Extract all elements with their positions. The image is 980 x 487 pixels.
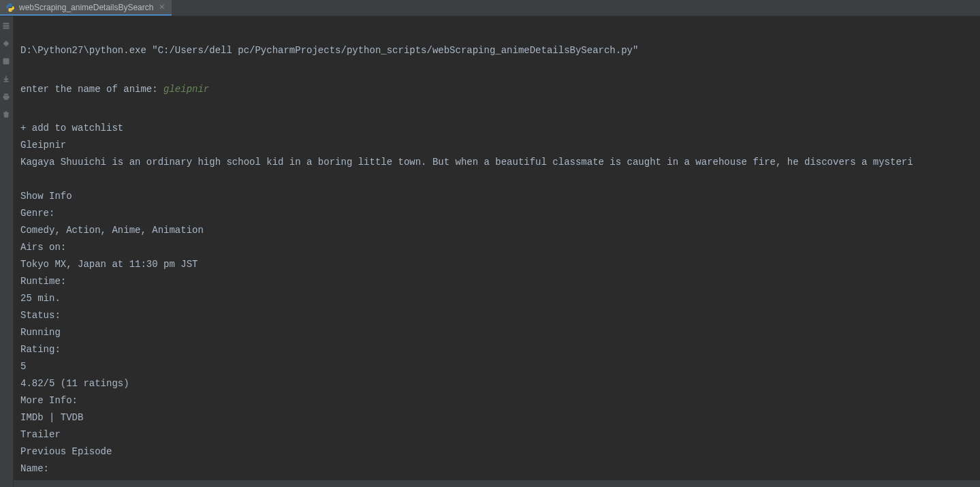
output-line: Comedy, Action, Anime, Animation [20,222,973,239]
output-line: Show Info [20,188,973,205]
output-line: Airs on: [20,239,973,256]
gutter-icon-2[interactable] [2,40,12,49]
python-icon [5,3,15,12]
prompt-line: enter the name of anime: gleipnir [20,81,973,98]
output-line: 5 [20,358,973,375]
file-tab[interactable]: webScraping_animeDetailsBySearch × [0,0,172,16]
output-line: + add to watchlist [20,120,973,137]
output-line: Name: [20,460,973,477]
output-line: Previous Episode [20,443,973,460]
download-icon[interactable] [2,75,12,84]
gutter [0,16,14,487]
output-line: 4.82/5 (11 ratings) [20,375,973,392]
output-line: Runtime: [20,273,973,290]
horizontal-scrollbar[interactable] [14,480,980,487]
svg-rect-0 [3,59,9,65]
output-line: Tokyo MX, Japan at 11:30 pm JST [20,256,973,273]
output-line: Genre: [20,205,973,222]
console-output[interactable]: D:\Python27\python.exe "C:/Users/dell pc… [14,16,980,487]
output-line: Trailer [20,426,973,443]
main-area: D:\Python27\python.exe "C:/Users/dell pc… [0,16,980,487]
output-line: 25 min. [20,290,973,307]
output-line: Gleipnir [20,137,973,154]
user-input: gleipnir [163,84,209,95]
prompt-text: enter the name of anime: [20,84,163,95]
print-icon[interactable] [2,93,12,102]
command-line: D:\Python27\python.exe "C:/Users/dell pc… [20,42,973,59]
output-line: Status: [20,307,973,324]
output-line: Kagaya Shuuichi is an ordinary high scho… [20,154,973,171]
trash-icon[interactable] [2,110,12,120]
tab-bar: webScraping_animeDetailsBySearch × [0,0,980,16]
gutter-icon-1[interactable] [2,22,12,31]
close-icon[interactable]: × [157,2,165,13]
gutter-icon-3[interactable] [2,57,12,67]
output-line: Rating: [20,341,973,358]
output-line: Running [20,324,973,341]
output-line [20,171,973,188]
tab-label: webScraping_animeDetailsBySearch [19,3,153,12]
output-line: More Info: [20,392,973,409]
output-line: IMDb | TVDB [20,409,973,426]
